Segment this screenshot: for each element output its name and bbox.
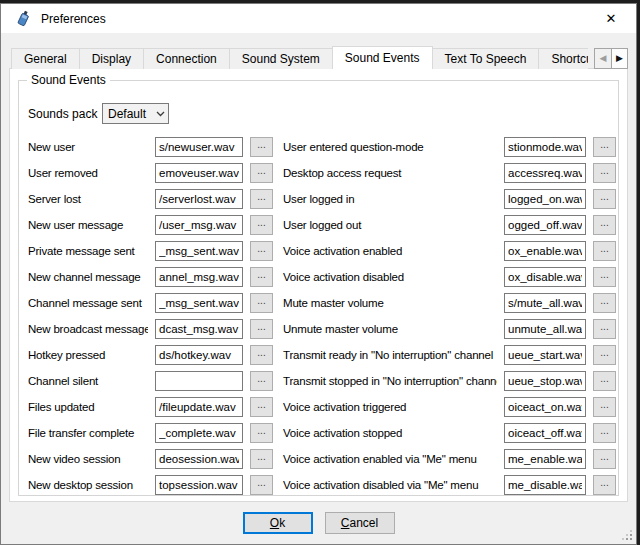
- resize-grip-icon[interactable]: [622, 530, 633, 541]
- close-icon[interactable]: ✕: [594, 4, 628, 33]
- cancel-button-label: Cancel: [326, 516, 394, 530]
- sound-file-input[interactable]: [504, 137, 586, 157]
- browse-button[interactable]: ...: [250, 293, 273, 313]
- sound-event-label: New channel message: [28, 271, 148, 283]
- sound-event-label: New desktop session: [28, 479, 148, 491]
- sound-file-input[interactable]: [504, 397, 586, 417]
- sound-event-label: Transmit stopped in "No interruption" ch…: [283, 375, 497, 387]
- sound-file-input[interactable]: [155, 189, 243, 209]
- sound-file-input[interactable]: [504, 267, 586, 287]
- browse-button[interactable]: ...: [250, 345, 273, 365]
- sound-file-input[interactable]: [155, 267, 243, 287]
- sound-file-input[interactable]: [504, 215, 586, 235]
- sound-file-input[interactable]: [504, 449, 586, 469]
- sound-file-input[interactable]: [155, 241, 243, 261]
- browse-button[interactable]: ...: [250, 319, 273, 339]
- sound-event-label: File transfer complete: [28, 427, 148, 439]
- browse-button[interactable]: ...: [250, 163, 273, 183]
- ok-button[interactable]: Ok: [243, 512, 313, 534]
- sound-event-label: Voice activation stopped: [283, 427, 497, 439]
- tab-shortcuts[interactable]: Shortcuts: [538, 48, 588, 69]
- app-icon: [15, 10, 32, 27]
- browse-button[interactable]: ...: [593, 163, 616, 183]
- browse-button[interactable]: ...: [593, 293, 616, 313]
- tab-connection[interactable]: Connection: [143, 48, 230, 69]
- sound-file-input[interactable]: [155, 475, 243, 495]
- sound-file-input[interactable]: [155, 163, 243, 183]
- browse-button[interactable]: ...: [593, 345, 616, 365]
- sounds-pack-row: Sounds pack Default: [28, 103, 618, 124]
- sound-file-input[interactable]: [504, 319, 586, 339]
- browse-button[interactable]: ...: [250, 189, 273, 209]
- sound-file-input[interactable]: [155, 137, 243, 157]
- right-column: User entered question-mode ... Desktop a…: [283, 134, 616, 498]
- sound-file-input[interactable]: [155, 449, 243, 469]
- sound-event-label: User entered question-mode: [283, 141, 497, 153]
- sound-file-input[interactable]: [155, 215, 243, 235]
- tab-sound-events[interactable]: Sound Events: [332, 46, 433, 69]
- browse-button[interactable]: ...: [593, 189, 616, 209]
- sound-event-label: Channel silent: [28, 375, 148, 387]
- sound-file-input[interactable]: [155, 319, 243, 339]
- tab-sound-system[interactable]: Sound System: [229, 48, 333, 69]
- tab-general[interactable]: General: [11, 48, 80, 69]
- preferences-dialog: Preferences ✕ GeneralDisplayConnectionSo…: [0, 3, 637, 545]
- sound-event-label: New user message: [28, 219, 148, 231]
- sound-file-input[interactable]: [504, 345, 586, 365]
- sound-file-input[interactable]: [155, 371, 243, 391]
- tab-display[interactable]: Display: [79, 48, 144, 69]
- browse-button[interactable]: ...: [250, 137, 273, 157]
- tab-scroll-buttons: ◀ ▶: [594, 48, 628, 69]
- tab-scroll-right-icon[interactable]: ▶: [611, 48, 628, 69]
- browse-button[interactable]: ...: [250, 423, 273, 443]
- sound-file-input[interactable]: [504, 423, 586, 443]
- browse-button[interactable]: ...: [593, 397, 616, 417]
- sound-file-input[interactable]: [155, 293, 243, 313]
- sound-file-input[interactable]: [504, 293, 586, 313]
- sound-event-label: User removed: [28, 167, 148, 179]
- sound-event-label: Mute master volume: [283, 297, 497, 309]
- browse-button[interactable]: ...: [593, 137, 616, 157]
- browse-button[interactable]: ...: [250, 475, 273, 495]
- tab-scroll-left-icon[interactable]: ◀: [594, 48, 611, 69]
- sounds-pack-value: Default: [108, 107, 152, 121]
- sound-file-input[interactable]: [155, 397, 243, 417]
- tab-bar: GeneralDisplayConnectionSound SystemSoun…: [11, 46, 588, 69]
- browse-button[interactable]: ...: [593, 423, 616, 443]
- sound-file-input[interactable]: [155, 423, 243, 443]
- sound-event-label: Transmit ready in "No interruption" chan…: [283, 349, 497, 361]
- ok-button-label: Ok: [245, 516, 311, 530]
- sound-event-label: User logged out: [283, 219, 497, 231]
- sounds-pack-label: Sounds pack: [28, 107, 102, 121]
- browse-button[interactable]: ...: [250, 267, 273, 287]
- sound-file-input[interactable]: [504, 189, 586, 209]
- browse-button[interactable]: ...: [593, 449, 616, 469]
- browse-button[interactable]: ...: [250, 371, 273, 391]
- sounds-pack-select[interactable]: Default: [102, 103, 169, 124]
- cancel-button[interactable]: Cancel: [325, 512, 395, 534]
- browse-button[interactable]: ...: [593, 215, 616, 235]
- sound-file-input[interactable]: [504, 241, 586, 261]
- sound-file-input[interactable]: [504, 371, 586, 391]
- browse-button[interactable]: ...: [593, 319, 616, 339]
- sound-event-label: User logged in: [283, 193, 497, 205]
- sound-events-groupbox: Sound Events Sounds pack Default New use…: [18, 80, 619, 496]
- sound-file-input[interactable]: [155, 345, 243, 365]
- sound-file-input[interactable]: [504, 475, 586, 495]
- browse-button[interactable]: ...: [593, 241, 616, 261]
- sound-event-label: New video session: [28, 453, 148, 465]
- sound-event-label: Voice activation enabled via "Me" menu: [283, 453, 497, 465]
- chevron-down-icon: [152, 104, 168, 123]
- browse-button[interactable]: ...: [250, 449, 273, 469]
- title-bar[interactable]: Preferences ✕: [1, 4, 636, 33]
- browse-button[interactable]: ...: [250, 397, 273, 417]
- sound-file-input[interactable]: [504, 163, 586, 183]
- tab-text-to-speech[interactable]: Text To Speech: [432, 48, 540, 69]
- sound-events-columns: New user ... User removed ... Server los…: [28, 134, 618, 498]
- browse-button[interactable]: ...: [593, 371, 616, 391]
- browse-button[interactable]: ...: [593, 475, 616, 495]
- dialog-footer: Ok Cancel: [1, 502, 636, 544]
- browse-button[interactable]: ...: [593, 267, 616, 287]
- browse-button[interactable]: ...: [250, 241, 273, 261]
- browse-button[interactable]: ...: [250, 215, 273, 235]
